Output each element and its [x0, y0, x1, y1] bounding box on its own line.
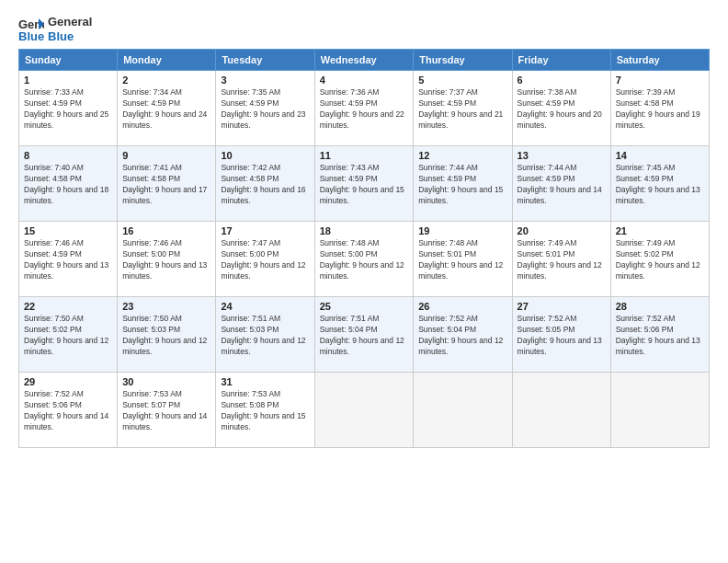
day-number: 8 — [24, 150, 112, 161]
day-info: Sunrise: 7:52 AM Sunset: 5:05 PM Dayligh… — [518, 314, 606, 358]
day-number: 22 — [24, 301, 112, 312]
day-number: 11 — [320, 150, 409, 161]
svg-text:Blue: Blue — [18, 29, 44, 42]
day-info: Sunrise: 7:52 AM Sunset: 5:06 PM Dayligh… — [616, 314, 704, 358]
day-info: Sunrise: 7:45 AM Sunset: 4:59 PM Dayligh… — [616, 163, 704, 207]
day-number: 19 — [418, 225, 506, 236]
calendar-week-3: 15 Sunrise: 7:46 AM Sunset: 4:59 PM Dayl… — [19, 222, 710, 297]
day-info: Sunrise: 7:51 AM Sunset: 5:04 PM Dayligh… — [320, 314, 409, 358]
day-number: 26 — [418, 301, 506, 312]
day-number: 30 — [122, 376, 210, 387]
day-info: Sunrise: 7:52 AM Sunset: 5:06 PM Dayligh… — [24, 389, 112, 433]
day-info: Sunrise: 7:43 AM Sunset: 4:59 PM Dayligh… — [320, 163, 409, 207]
day-info: Sunrise: 7:40 AM Sunset: 4:58 PM Dayligh… — [24, 163, 112, 207]
calendar-week-2: 8 Sunrise: 7:40 AM Sunset: 4:58 PM Dayli… — [19, 146, 710, 222]
header-thursday: Thursday — [414, 50, 512, 71]
day-info: Sunrise: 7:48 AM Sunset: 5:00 PM Dayligh… — [320, 238, 409, 282]
day-info: Sunrise: 7:35 AM Sunset: 4:59 PM Dayligh… — [221, 87, 309, 132]
day-info: Sunrise: 7:47 AM Sunset: 5:00 PM Dayligh… — [221, 238, 309, 282]
day-number: 14 — [616, 150, 704, 161]
logo-general: General — [48, 15, 92, 29]
day-number: 9 — [122, 150, 210, 161]
calendar-cell: 11 Sunrise: 7:43 AM Sunset: 4:59 PM Dayl… — [314, 146, 414, 222]
calendar-cell: 10 Sunrise: 7:42 AM Sunset: 4:58 PM Dayl… — [216, 146, 314, 222]
calendar-cell: 12 Sunrise: 7:44 AM Sunset: 4:59 PM Dayl… — [414, 146, 512, 222]
day-number: 1 — [24, 75, 112, 86]
calendar-cell: 13 Sunrise: 7:44 AM Sunset: 4:59 PM Dayl… — [512, 146, 610, 222]
header-tuesday: Tuesday — [216, 50, 314, 71]
day-number: 29 — [24, 376, 112, 387]
day-info: Sunrise: 7:41 AM Sunset: 4:58 PM Dayligh… — [122, 163, 210, 207]
header-saturday: Saturday — [610, 50, 709, 71]
calendar-cell: 6 Sunrise: 7:38 AM Sunset: 4:59 PM Dayli… — [512, 71, 610, 146]
calendar-cell — [314, 373, 414, 448]
calendar-cell: 26 Sunrise: 7:52 AM Sunset: 5:04 PM Dayl… — [414, 297, 512, 373]
day-number: 13 — [518, 150, 606, 161]
day-number: 28 — [616, 301, 704, 312]
day-info: Sunrise: 7:46 AM Sunset: 5:00 PM Dayligh… — [122, 238, 210, 282]
calendar-cell: 4 Sunrise: 7:36 AM Sunset: 4:59 PM Dayli… — [314, 71, 414, 146]
calendar-cell: 27 Sunrise: 7:52 AM Sunset: 5:05 PM Dayl… — [512, 297, 610, 373]
day-number: 31 — [221, 376, 309, 387]
day-info: Sunrise: 7:37 AM Sunset: 4:59 PM Dayligh… — [418, 87, 506, 132]
day-info: Sunrise: 7:49 AM Sunset: 5:02 PM Dayligh… — [616, 238, 704, 282]
logo-blue: Blue — [48, 29, 92, 44]
calendar-cell: 25 Sunrise: 7:51 AM Sunset: 5:04 PM Dayl… — [314, 297, 414, 373]
calendar-cell — [414, 373, 512, 448]
day-info: Sunrise: 7:44 AM Sunset: 4:59 PM Dayligh… — [418, 163, 506, 207]
header-monday: Monday — [118, 50, 216, 71]
calendar-cell: 5 Sunrise: 7:37 AM Sunset: 4:59 PM Dayli… — [414, 71, 512, 146]
calendar-cell: 30 Sunrise: 7:53 AM Sunset: 5:07 PM Dayl… — [118, 373, 216, 448]
calendar-cell: 18 Sunrise: 7:48 AM Sunset: 5:00 PM Dayl… — [314, 222, 414, 297]
day-info: Sunrise: 7:34 AM Sunset: 4:59 PM Dayligh… — [122, 87, 210, 132]
calendar-cell: 31 Sunrise: 7:53 AM Sunset: 5:08 PM Dayl… — [216, 373, 314, 448]
calendar-cell — [610, 373, 709, 448]
day-number: 2 — [122, 75, 210, 86]
calendar-cell: 1 Sunrise: 7:33 AM Sunset: 4:59 PM Dayli… — [19, 71, 118, 146]
calendar-cell: 8 Sunrise: 7:40 AM Sunset: 4:58 PM Dayli… — [19, 146, 118, 222]
logo-icon: General Blue — [18, 17, 44, 42]
calendar-cell: 3 Sunrise: 7:35 AM Sunset: 4:59 PM Dayli… — [216, 71, 314, 146]
calendar-cell: 16 Sunrise: 7:46 AM Sunset: 5:00 PM Dayl… — [118, 222, 216, 297]
day-info: Sunrise: 7:39 AM Sunset: 4:58 PM Dayligh… — [616, 87, 704, 132]
calendar-cell: 23 Sunrise: 7:50 AM Sunset: 5:03 PM Dayl… — [118, 297, 216, 373]
day-number: 10 — [221, 150, 309, 161]
day-number: 25 — [320, 301, 409, 312]
calendar-cell: 7 Sunrise: 7:39 AM Sunset: 4:58 PM Dayli… — [610, 71, 709, 146]
calendar-cell: 17 Sunrise: 7:47 AM Sunset: 5:00 PM Dayl… — [216, 222, 314, 297]
day-number: 20 — [518, 225, 606, 236]
calendar-cell: 22 Sunrise: 7:50 AM Sunset: 5:02 PM Dayl… — [19, 297, 118, 373]
page: General Blue General Blue SundayMondayTu… — [0, 0, 728, 563]
header-sunday: Sunday — [19, 50, 118, 71]
calendar-table: SundayMondayTuesdayWednesdayThursdayFrid… — [18, 49, 710, 448]
day-info: Sunrise: 7:46 AM Sunset: 4:59 PM Dayligh… — [24, 238, 112, 282]
day-number: 6 — [518, 75, 606, 86]
day-number: 5 — [418, 75, 506, 86]
day-number: 4 — [320, 75, 409, 86]
calendar-cell: 21 Sunrise: 7:49 AM Sunset: 5:02 PM Dayl… — [610, 222, 709, 297]
calendar-cell: 14 Sunrise: 7:45 AM Sunset: 4:59 PM Dayl… — [610, 146, 709, 222]
calendar-cell: 29 Sunrise: 7:52 AM Sunset: 5:06 PM Dayl… — [19, 373, 118, 448]
header-wednesday: Wednesday — [314, 50, 414, 71]
day-number: 21 — [616, 225, 704, 236]
day-info: Sunrise: 7:50 AM Sunset: 5:03 PM Dayligh… — [122, 314, 210, 358]
day-number: 12 — [418, 150, 506, 161]
calendar-cell: 19 Sunrise: 7:48 AM Sunset: 5:01 PM Dayl… — [414, 222, 512, 297]
calendar-week-4: 22 Sunrise: 7:50 AM Sunset: 5:02 PM Dayl… — [19, 297, 710, 373]
day-info: Sunrise: 7:53 AM Sunset: 5:07 PM Dayligh… — [122, 389, 210, 433]
day-info: Sunrise: 7:52 AM Sunset: 5:04 PM Dayligh… — [418, 314, 506, 358]
header-friday: Friday — [512, 50, 610, 71]
day-info: Sunrise: 7:51 AM Sunset: 5:03 PM Dayligh… — [221, 314, 309, 358]
calendar-cell: 28 Sunrise: 7:52 AM Sunset: 5:06 PM Dayl… — [610, 297, 709, 373]
day-info: Sunrise: 7:42 AM Sunset: 4:58 PM Dayligh… — [221, 163, 309, 207]
day-number: 18 — [320, 225, 409, 236]
day-number: 15 — [24, 225, 112, 236]
day-number: 3 — [221, 75, 309, 86]
day-number: 16 — [122, 225, 210, 236]
day-info: Sunrise: 7:50 AM Sunset: 5:02 PM Dayligh… — [24, 314, 112, 358]
calendar-cell: 2 Sunrise: 7:34 AM Sunset: 4:59 PM Dayli… — [118, 71, 216, 146]
calendar-cell: 15 Sunrise: 7:46 AM Sunset: 4:59 PM Dayl… — [19, 222, 118, 297]
calendar-week-1: 1 Sunrise: 7:33 AM Sunset: 4:59 PM Dayli… — [19, 71, 710, 146]
day-info: Sunrise: 7:36 AM Sunset: 4:59 PM Dayligh… — [320, 87, 409, 132]
calendar-cell: 24 Sunrise: 7:51 AM Sunset: 5:03 PM Dayl… — [216, 297, 314, 373]
